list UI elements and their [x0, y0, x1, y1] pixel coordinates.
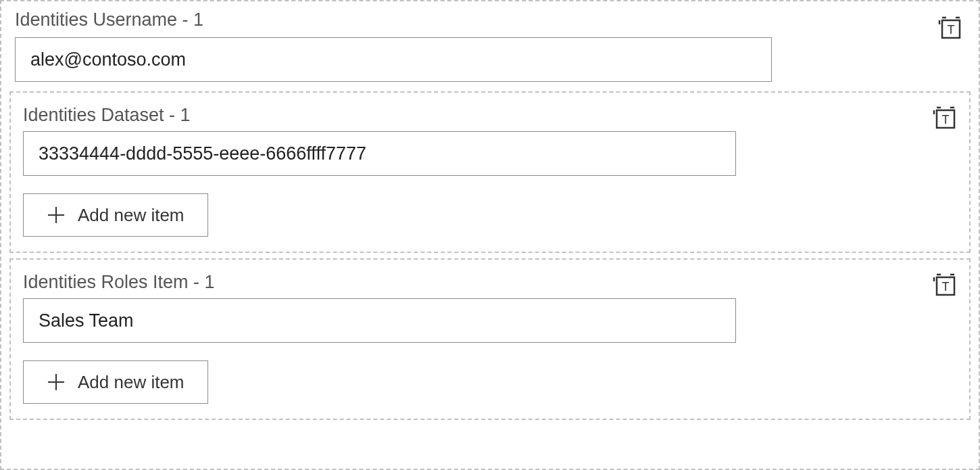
dataset-label: Identities Dataset - 1: [23, 105, 957, 126]
plus-icon: [47, 206, 66, 225]
identities-panel: T Identities Username - 1 T Identities D…: [0, 0, 980, 470]
roles-input[interactable]: [23, 298, 736, 343]
roles-section: T Identities Roles Item - 1 Add new item: [9, 258, 971, 420]
add-roles-label: Add new item: [78, 372, 185, 393]
svg-text:T: T: [948, 23, 955, 37]
svg-text:T: T: [942, 113, 950, 126]
text-type-icon[interactable]: T: [938, 16, 962, 41]
roles-label: Identities Roles Item - 1: [23, 272, 957, 293]
username-section: Identities Username - 1: [9, 9, 971, 87]
text-type-icon[interactable]: T: [933, 106, 957, 131]
add-dataset-label: Add new item: [78, 205, 185, 226]
dataset-input[interactable]: [23, 131, 736, 176]
username-input[interactable]: [15, 37, 772, 82]
plus-icon: [47, 373, 66, 392]
add-roles-item-button[interactable]: Add new item: [23, 360, 208, 404]
add-dataset-item-button[interactable]: Add new item: [23, 193, 208, 237]
dataset-section: T Identities Dataset - 1 Add new item: [9, 91, 971, 253]
svg-text:T: T: [942, 280, 950, 293]
text-type-icon[interactable]: T: [933, 273, 957, 298]
username-label: Identities Username - 1: [15, 9, 971, 30]
